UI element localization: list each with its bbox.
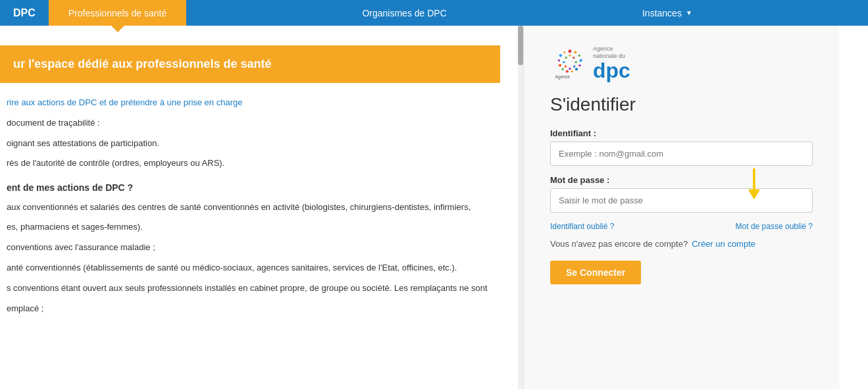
identifiant-label: Identifiant :	[550, 128, 813, 138]
password-group: Mot de passe :	[550, 175, 813, 213]
nav-item-organisms[interactable]: Organismes de DPC	[342, 0, 466, 26]
svg-point-3	[580, 59, 582, 62]
connect-button[interactable]: Se Connecter	[550, 261, 641, 284]
nav-item-instances[interactable]: Instances ▼	[623, 0, 712, 26]
logo-dpc-text: dpc	[593, 60, 630, 81]
svg-point-18	[565, 65, 567, 67]
no-account-text: Vous n'avez pas encore de compte?	[550, 239, 688, 249]
svg-point-19	[563, 61, 565, 63]
no-account-row: Vous n'avez pas encore de compte? Créer …	[550, 239, 755, 249]
content-para4: conventions avec l'assurance maladie ;	[7, 241, 517, 255]
create-account-link[interactable]: Créer un compte	[692, 239, 755, 249]
dropdown-arrow-icon: ▼	[686, 9, 692, 16]
logo-agence-text: Agencenationale du	[593, 45, 625, 60]
svg-point-8	[562, 68, 564, 70]
svg-point-0	[569, 49, 572, 53]
identifiant-input[interactable]	[550, 142, 813, 166]
right-panel: Agence nationale du Agencenationale du d…	[523, 26, 839, 389]
agence-dpc-logo-icon: Agence nationale du	[550, 47, 590, 80]
content-area: rire aux actions de DPC et de prétendre …	[0, 96, 523, 315]
main-wrapper: ur l'espace dédié aux professionnels de …	[0, 26, 868, 389]
logo-area: Agence nationale du Agencenationale du d…	[550, 45, 630, 81]
svg-point-20	[565, 57, 567, 59]
svg-point-6	[571, 70, 573, 72]
content-para3: aux conventionnés et salariés des centre…	[7, 201, 517, 215]
scrollbar-track[interactable]	[518, 26, 523, 389]
content-para1b: document de traçabilité :	[7, 117, 517, 130]
logo-text-area: Agencenationale du dpc	[593, 45, 630, 81]
navbar: DPC Professionnels de santé Organismes d…	[0, 0, 868, 26]
forgot-password-link[interactable]: Mot de passe oublié ?	[736, 222, 813, 231]
svg-point-16	[573, 65, 575, 67]
svg-point-2	[578, 54, 580, 56]
identifiant-group: Identifiant :	[550, 128, 813, 166]
svg-text:nationale du: nationale du	[553, 79, 574, 80]
svg-point-11	[559, 54, 562, 57]
forgot-links: Identifiant oublié ? Mot de passe oublié…	[550, 222, 813, 231]
svg-point-5	[575, 68, 578, 70]
left-scroll-wrapper: ur l'espace dédié aux professionnels de …	[0, 26, 523, 389]
password-input[interactable]	[550, 188, 813, 213]
svg-point-1	[574, 51, 576, 53]
content-para5: anté conventionnés (établissements de sa…	[7, 261, 517, 275]
content-para1: rire aux actions de DPC et de prétendre …	[7, 96, 517, 110]
svg-marker-24	[748, 189, 760, 199]
banner-text: ur l'espace dédié aux professionnels de …	[13, 57, 271, 70]
password-label: Mot de passe :	[550, 175, 813, 185]
yellow-arrow-icon	[747, 169, 773, 201]
orange-banner: ur l'espace dédié aux professionnels de …	[0, 45, 500, 83]
svg-point-7	[566, 70, 569, 72]
svg-point-4	[578, 64, 580, 66]
svg-point-15	[575, 61, 577, 63]
svg-point-12	[563, 51, 565, 53]
nav-brand[interactable]: DPC	[0, 0, 49, 26]
content-para2: oignant ses attestations de participatio…	[7, 137, 517, 151]
content-para2b: rès de l'autorité de contrôle (ordres, e…	[7, 157, 517, 170]
content-para6: s conventions étant ouvert aux seuls pro…	[7, 282, 517, 296]
svg-point-13	[569, 54, 571, 56]
forgot-identifiant-link[interactable]: Identifiant oublié ?	[550, 222, 614, 231]
arrow-wrapper	[550, 188, 813, 213]
content-para3b: es, pharmaciens et sages-femmes).	[7, 220, 517, 234]
content-para6b: emplacé ;	[7, 302, 517, 316]
content-heading1: ent de mes actions de DPC ?	[7, 180, 517, 195]
svg-point-14	[573, 57, 574, 59]
login-title: S'identifier	[550, 94, 636, 115]
svg-point-9	[559, 64, 561, 66]
nav-item-professionals[interactable]: Professionnels de santé	[49, 0, 186, 26]
svg-point-17	[569, 67, 571, 69]
svg-point-10	[558, 59, 560, 61]
svg-text:Agence: Agence	[555, 74, 571, 79]
left-content: ur l'espace dédié aux professionnels de …	[0, 26, 523, 322]
scrollbar-thumb[interactable]	[518, 26, 523, 65]
